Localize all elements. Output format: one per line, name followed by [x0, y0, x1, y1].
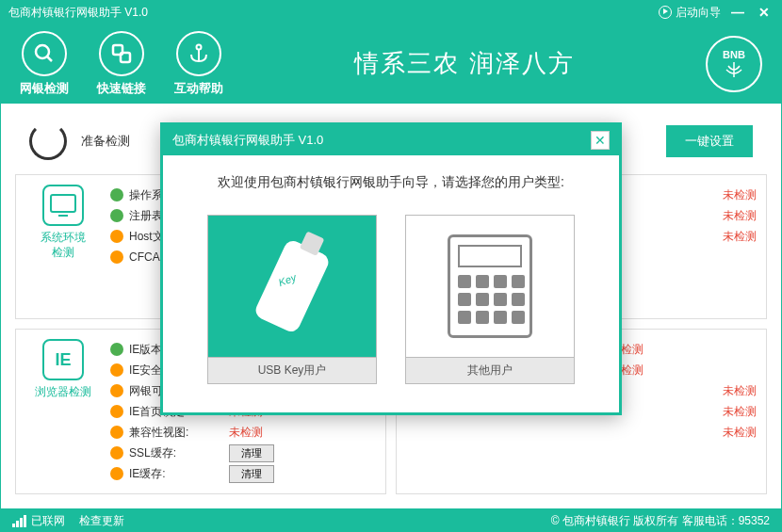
modal-title: 包商村镇银行网银助手 V1.0 [172, 132, 591, 149]
wizard-modal: 包商村镇银行网银助手 V1.0 ✕ 欢迎使用包商村镇银行网银助手向导，请选择您的… [160, 122, 622, 415]
calculator-icon [406, 216, 574, 357]
modal-close-button[interactable]: ✕ [591, 131, 610, 150]
modal-overlay: 包商村镇银行网银助手 V1.0 ✕ 欢迎使用包商村镇银行网银助手向导，请选择您的… [0, 0, 782, 532]
option-usb-key[interactable]: Key USB Key用户 [207, 215, 377, 384]
usb-key-icon: Key [208, 216, 376, 357]
modal-message: 欢迎使用包商村镇银行网银助手向导，请选择您的用户类型: [191, 174, 591, 191]
option-other-user[interactable]: 其他用户 [405, 215, 575, 384]
